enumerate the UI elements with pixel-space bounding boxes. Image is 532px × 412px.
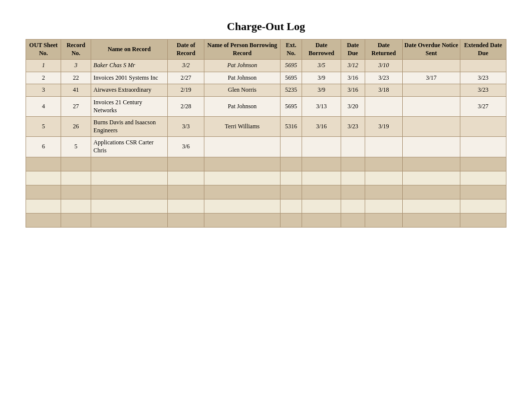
cell-person-borrowing: Pat Johnson <box>204 60 281 72</box>
header-name-on-record: Name on Record <box>91 40 168 60</box>
header-extended-date-due: Extended Date Due <box>460 40 506 60</box>
cell-empty <box>365 157 402 171</box>
cell-empty <box>204 213 281 227</box>
table-row: 526Burns Davis and Isaacson Engineers3/3… <box>26 117 506 137</box>
cell-empty <box>168 185 204 199</box>
cell-person-borrowing: Pat Johnson <box>204 72 281 84</box>
header-date-of-record: Date of Record <box>168 40 204 60</box>
cell-record-no: 5 <box>61 137 91 157</box>
cell-extended-date-due <box>460 137 506 157</box>
cell-empty <box>61 157 91 171</box>
page-container: Charge-Out Log OUT Sheet No. Record No. … <box>21 10 511 238</box>
cell-empty <box>365 199 402 213</box>
cell-date-returned: 3/19 <box>365 117 402 137</box>
cell-empty <box>341 213 365 227</box>
cell-empty <box>302 199 341 213</box>
cell-person-borrowing: Pat Johnson <box>204 96 281 116</box>
cell-empty <box>91 213 168 227</box>
cell-out-sheet-no: 1 <box>26 60 61 72</box>
cell-empty <box>460 157 506 171</box>
cell-record-no: 27 <box>61 96 91 116</box>
cell-name-on-record: Applications CSR Carter Chris <box>91 137 168 157</box>
cell-date-overdue <box>402 60 460 72</box>
cell-name-on-record: Burns Davis and Isaacson Engineers <box>91 117 168 137</box>
page-title: Charge-Out Log <box>26 20 506 33</box>
cell-empty <box>365 185 402 199</box>
cell-date-due: 3/16 <box>341 72 365 84</box>
cell-empty <box>341 171 365 185</box>
cell-name-on-record: Baker Chas S Mr <box>91 60 168 72</box>
table-row: 427Invoices 21 Century Networks2/28Pat J… <box>26 96 506 116</box>
cell-empty <box>402 213 460 227</box>
cell-empty <box>402 157 460 171</box>
cell-out-sheet-no: 5 <box>26 117 61 137</box>
cell-ext-no: 5695 <box>280 60 302 72</box>
cell-date-returned: 3/18 <box>365 84 402 97</box>
cell-out-sheet-no: 2 <box>26 72 61 84</box>
cell-empty <box>91 171 168 185</box>
cell-person-borrowing <box>204 137 281 157</box>
cell-date-of-record: 3/2 <box>168 60 204 72</box>
cell-date-of-record: 3/3 <box>168 117 204 137</box>
cell-out-sheet-no: 6 <box>26 137 61 157</box>
cell-empty <box>365 171 402 185</box>
cell-empty <box>26 213 61 227</box>
cell-empty <box>460 171 506 185</box>
cell-ext-no: 5235 <box>280 84 302 97</box>
cell-date-of-record: 3/6 <box>168 137 204 157</box>
cell-empty <box>302 157 341 171</box>
cell-empty <box>26 199 61 213</box>
cell-empty <box>204 157 281 171</box>
cell-ext-no: 5695 <box>280 72 302 84</box>
cell-record-no: 41 <box>61 84 91 97</box>
cell-extended-date-due: 3/23 <box>460 72 506 84</box>
cell-date-borrowed: 3/5 <box>302 60 341 72</box>
table-row: 13Baker Chas S Mr3/2Pat Johnson56953/53/… <box>26 60 506 72</box>
cell-date-returned: 3/10 <box>365 60 402 72</box>
cell-empty <box>91 199 168 213</box>
cell-date-borrowed: 3/9 <box>302 72 341 84</box>
cell-date-of-record: 2/19 <box>168 84 204 97</box>
cell-empty <box>61 213 91 227</box>
table-row: 65Applications CSR Carter Chris3/6 <box>26 137 506 157</box>
header-out-sheet-no: OUT Sheet No. <box>26 40 61 60</box>
cell-name-on-record: Airwaves Extraordinary <box>91 84 168 97</box>
header-date-borrowed: Date Borrowed <box>302 40 341 60</box>
cell-record-no: 3 <box>61 60 91 72</box>
cell-empty <box>168 199 204 213</box>
header-record-no: Record No. <box>61 40 91 60</box>
cell-empty <box>280 213 302 227</box>
cell-date-returned <box>365 137 402 157</box>
cell-date-due <box>341 137 365 157</box>
cell-empty <box>280 199 302 213</box>
cell-date-returned <box>365 96 402 116</box>
cell-empty <box>302 213 341 227</box>
cell-ext-no <box>280 137 302 157</box>
table-row: 341Airwaves Extraordinary2/19Glen Norris… <box>26 84 506 97</box>
cell-empty <box>61 185 91 199</box>
cell-empty <box>61 199 91 213</box>
cell-empty <box>168 213 204 227</box>
cell-date-overdue: 3/17 <box>402 72 460 84</box>
cell-person-borrowing: Terri Williams <box>204 117 281 137</box>
cell-empty <box>460 213 506 227</box>
table-row: 222Invoices 2001 Systems Inc2/27Pat John… <box>26 72 506 84</box>
cell-empty <box>91 185 168 199</box>
cell-extended-date-due <box>460 60 506 72</box>
charge-out-table: OUT Sheet No. Record No. Name on Record … <box>26 39 506 228</box>
cell-empty <box>26 171 61 185</box>
cell-date-overdue <box>402 117 460 137</box>
cell-name-on-record: Invoices 21 Century Networks <box>91 96 168 116</box>
cell-date-due: 3/16 <box>341 84 365 97</box>
cell-empty <box>341 157 365 171</box>
cell-out-sheet-no: 4 <box>26 96 61 116</box>
cell-record-no: 26 <box>61 117 91 137</box>
cell-empty <box>341 199 365 213</box>
cell-empty <box>460 185 506 199</box>
cell-empty <box>91 157 168 171</box>
cell-extended-date-due: 3/27 <box>460 96 506 116</box>
cell-empty <box>341 185 365 199</box>
header-name-person-borrowing: Name of Person Borrowing Record <box>204 40 281 60</box>
cell-ext-no: 5695 <box>280 96 302 116</box>
cell-empty <box>402 185 460 199</box>
